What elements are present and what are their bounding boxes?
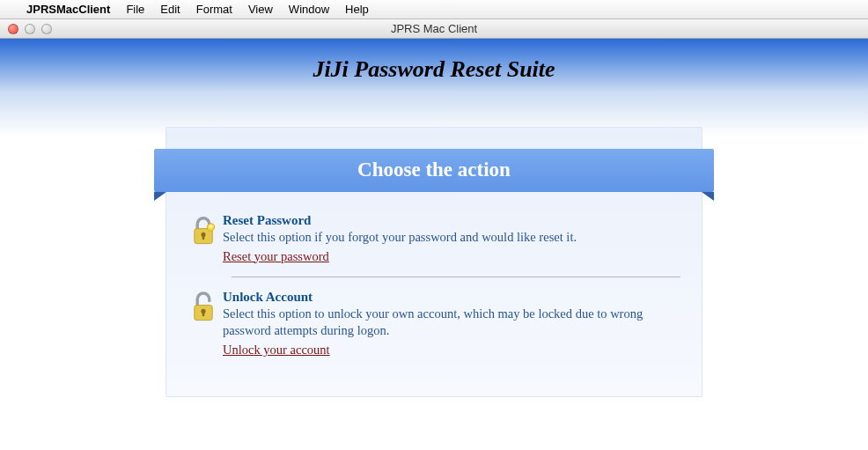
lock-open-icon xyxy=(184,290,223,329)
option-title: Reset Password xyxy=(223,213,680,228)
option-unlock-account: Unlock Account Select this option to unl… xyxy=(184,284,680,368)
panel-banner-text: Choose the action xyxy=(154,149,714,192)
option-title: Unlock Account xyxy=(223,290,680,305)
menu-help[interactable]: Help xyxy=(345,3,369,16)
menu-view[interactable]: View xyxy=(248,3,273,16)
menu-window[interactable]: Window xyxy=(289,3,329,16)
macos-menubar: JPRSMacClient File Edit Format View Wind… xyxy=(0,0,868,19)
svg-rect-6 xyxy=(202,311,205,316)
window-title: JPRS Mac Client xyxy=(0,22,868,35)
svg-rect-2 xyxy=(202,234,205,240)
app-title: JiJi Password Reset Suite xyxy=(0,56,868,83)
menubar-app-name[interactable]: JPRSMacClient xyxy=(26,3,110,16)
menu-edit[interactable]: Edit xyxy=(160,3,180,16)
window-title-bar: JPRS Mac Client xyxy=(0,19,868,39)
panel-banner: Choose the action xyxy=(154,149,714,192)
close-window-button[interactable] xyxy=(8,24,18,34)
app-header: JiJi Password Reset Suite xyxy=(0,39,868,136)
menu-file[interactable]: File xyxy=(126,3,144,16)
option-desc: Select this option if you forgot your pa… xyxy=(223,229,680,247)
reset-password-link[interactable]: Reset your password xyxy=(223,249,329,263)
lock-closed-icon xyxy=(184,213,223,253)
option-desc: Select this option to unlock your own ac… xyxy=(223,306,680,340)
menu-format[interactable]: Format xyxy=(196,3,232,16)
zoom-window-button[interactable] xyxy=(41,24,52,34)
minimize-window-button[interactable] xyxy=(25,24,35,34)
option-reset-password: Reset Password Select this option if you… xyxy=(184,208,680,275)
action-panel: Choose the action xyxy=(166,127,702,397)
unlock-account-link[interactable]: Unlock your account xyxy=(223,343,330,357)
traffic-lights xyxy=(8,24,52,34)
divider xyxy=(232,277,680,277)
app-body: JiJi Password Reset Suite Choose the act… xyxy=(0,39,868,397)
